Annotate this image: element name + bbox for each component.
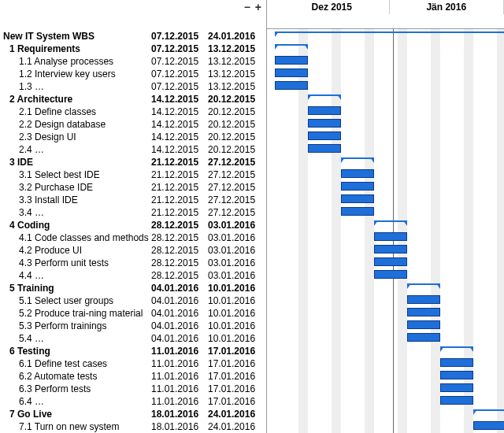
expand-all-button[interactable]: + bbox=[255, 2, 261, 13]
task-bar[interactable] bbox=[407, 308, 440, 316]
task-name: 4.1 Code classes and methods bbox=[0, 232, 151, 243]
table-row[interactable]: 4.1 Code classes and methods28.12.201503… bbox=[0, 231, 266, 244]
task-bar[interactable] bbox=[374, 270, 407, 279]
task-end-date: 17.01.2016 bbox=[208, 346, 265, 357]
summary-bar[interactable] bbox=[341, 157, 374, 163]
summary-bar[interactable] bbox=[275, 44, 308, 50]
task-bar[interactable] bbox=[407, 320, 440, 329]
table-row[interactable]: 4.4 …28.12.201503.01.2016 bbox=[0, 269, 266, 282]
task-start-date: 28.12.2015 bbox=[151, 245, 208, 256]
summary-bar[interactable] bbox=[374, 220, 407, 226]
month-header: Jän 2016 bbox=[390, 0, 505, 14]
task-start-date: 04.01.2016 bbox=[151, 308, 208, 319]
task-end-date: 03.01.2016 bbox=[208, 245, 265, 256]
table-row[interactable]: 4.2 Produce UI28.12.201503.01.2016 bbox=[0, 244, 266, 257]
table-row[interactable]: 3 IDE21.12.201527.12.2015 bbox=[0, 156, 266, 168]
task-bar[interactable] bbox=[473, 421, 504, 430]
task-bar[interactable] bbox=[440, 371, 473, 379]
table-row[interactable]: 3.3 Install IDE21.12.201527.12.2015 bbox=[0, 194, 266, 206]
table-row[interactable]: 3.2 Purchase IDE21.12.201527.12.2015 bbox=[0, 181, 266, 194]
task-end-date: 27.12.2015 bbox=[208, 207, 265, 218]
table-row[interactable]: 7 Go Live18.01.201624.01.2016 bbox=[0, 408, 266, 420]
chart-row bbox=[267, 92, 504, 105]
table-row[interactable]: 1.3 …07.12.201513.12.2015 bbox=[0, 80, 266, 93]
table-row[interactable]: 1.1 Analyse processes07.12.201513.12.201… bbox=[0, 55, 266, 68]
chart-row bbox=[267, 420, 504, 432]
summary-bar[interactable] bbox=[473, 409, 504, 415]
task-end-date: 13.12.2015 bbox=[208, 68, 265, 80]
table-row[interactable]: 2 Architecture14.12.201520.12.2015 bbox=[0, 93, 266, 105]
task-bar[interactable] bbox=[275, 81, 308, 90]
table-row[interactable]: 2.1 Define classes14.12.201520.12.2015 bbox=[0, 105, 266, 118]
task-bar[interactable] bbox=[275, 68, 308, 77]
table-row[interactable]: 6 Testing11.01.201617.01.2016 bbox=[0, 345, 266, 357]
timeline-pane[interactable]: Dez 2015Jän 2016 bbox=[267, 0, 504, 433]
table-row[interactable]: 1.2 Interview key users07.12.201513.12.2… bbox=[0, 68, 266, 80]
table-row[interactable]: 5.3 Perform trainings04.01.201610.01.201… bbox=[0, 320, 266, 332]
table-row[interactable]: 6.3 Perform tests11.01.201617.01.2016 bbox=[0, 383, 266, 395]
task-name: 4.4 … bbox=[0, 270, 151, 281]
table-row[interactable]: 6.4 …11.01.201617.01.2016 bbox=[0, 395, 266, 408]
chart-row bbox=[267, 105, 504, 117]
table-row[interactable]: 4 Coding28.12.201503.01.2016 bbox=[0, 219, 266, 231]
summary-bar[interactable] bbox=[440, 346, 473, 352]
task-name: 2 Architecture bbox=[0, 94, 151, 105]
task-bar[interactable] bbox=[341, 207, 374, 216]
chart-row bbox=[267, 42, 504, 54]
table-row[interactable]: 6.2 Automate tests11.01.201617.01.2016 bbox=[0, 370, 266, 383]
table-row[interactable]: 2.4 …14.12.201520.12.2015 bbox=[0, 143, 266, 156]
task-end-date: 10.01.2016 bbox=[208, 333, 265, 344]
task-bar[interactable] bbox=[407, 295, 440, 304]
table-row[interactable]: 3.4 …21.12.201527.12.2015 bbox=[0, 206, 266, 219]
task-bar[interactable] bbox=[407, 333, 440, 342]
chart-row bbox=[267, 394, 504, 407]
task-bar[interactable] bbox=[440, 358, 473, 367]
task-name: 7.1 Turn on new system bbox=[0, 421, 151, 432]
task-bar[interactable] bbox=[341, 169, 374, 178]
task-bar[interactable] bbox=[308, 131, 341, 140]
table-row[interactable]: 5.1 Select user groups04.01.201610.01.20… bbox=[0, 294, 266, 307]
summary-bar[interactable] bbox=[308, 94, 341, 100]
task-bar[interactable] bbox=[308, 144, 341, 153]
table-row[interactable]: 7.1 Turn on new system18.01.201624.01.20… bbox=[0, 420, 266, 433]
task-bar[interactable] bbox=[308, 119, 341, 128]
table-row[interactable]: New IT System WBS07.12.201524.01.2016 bbox=[0, 30, 266, 43]
task-name: 6 Testing bbox=[0, 346, 151, 357]
task-bar[interactable] bbox=[341, 194, 374, 203]
table-row[interactable]: 1 Requirements07.12.201513.12.2015 bbox=[0, 43, 266, 55]
task-name: 1 Requirements bbox=[0, 43, 151, 54]
table-row[interactable]: 6.1 Define test cases11.01.201617.01.201… bbox=[0, 357, 266, 370]
table-row[interactable]: 2.3 Design UI14.12.201520.12.2015 bbox=[0, 131, 266, 143]
task-bar[interactable] bbox=[374, 245, 407, 254]
collapse-all-button[interactable]: − bbox=[244, 2, 250, 13]
table-row[interactable]: 3.1 Select best IDE21.12.201527.12.2015 bbox=[0, 168, 266, 181]
summary-bar[interactable] bbox=[407, 283, 440, 289]
chart-row bbox=[267, 80, 504, 92]
task-end-date: 13.12.2015 bbox=[208, 56, 265, 67]
task-bar[interactable] bbox=[374, 232, 407, 241]
task-bar[interactable] bbox=[308, 106, 341, 115]
gantt-view: − + New IT System WBS07.12.201524.01.201… bbox=[0, 0, 504, 433]
chart-row bbox=[267, 67, 504, 80]
summary-bar[interactable] bbox=[275, 31, 504, 37]
gantt-chart bbox=[267, 29, 504, 433]
table-row[interactable]: 4.3 Perform unit tests28.12.201503.01.20… bbox=[0, 257, 266, 269]
chart-row bbox=[267, 407, 504, 420]
table-row[interactable]: 5.4 …04.01.201610.01.2016 bbox=[0, 332, 266, 345]
task-start-date: 14.12.2015 bbox=[151, 94, 208, 105]
task-bar[interactable] bbox=[341, 182, 374, 191]
table-row[interactable]: 2.2 Design database14.12.201520.12.2015 bbox=[0, 118, 266, 131]
table-row[interactable]: 5 Training04.01.201610.01.2016 bbox=[0, 282, 266, 294]
task-bar[interactable] bbox=[374, 257, 407, 266]
task-name: 6.4 … bbox=[0, 396, 151, 407]
task-start-date: 14.12.2015 bbox=[151, 106, 208, 117]
task-bar[interactable] bbox=[440, 396, 473, 405]
task-bar[interactable] bbox=[440, 383, 473, 392]
task-start-date: 21.12.2015 bbox=[151, 157, 208, 168]
task-start-date: 14.12.2015 bbox=[151, 144, 208, 155]
task-bar[interactable] bbox=[275, 56, 308, 65]
chart-row bbox=[267, 281, 504, 294]
table-row[interactable]: 5.2 Produce trai-ning material04.01.2016… bbox=[0, 307, 266, 320]
task-name: 1.1 Analyse processes bbox=[0, 56, 151, 67]
timeline-header: Dez 2015Jän 2016 bbox=[267, 0, 504, 29]
